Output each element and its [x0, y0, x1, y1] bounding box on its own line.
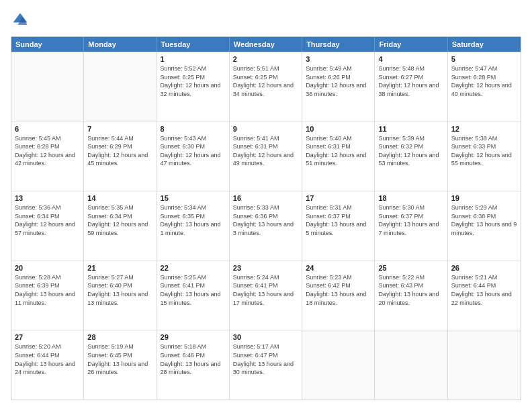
day-info: Sunrise: 5:22 AM Sunset: 6:43 PM Dayligh…	[378, 273, 443, 307]
calendar-day-18: 18Sunrise: 5:30 AM Sunset: 6:37 PM Dayli…	[375, 191, 447, 261]
day-number: 2	[233, 55, 298, 63]
calendar-day-empty-4-4	[302, 330, 375, 400]
header	[11, 11, 521, 30]
calendar-day-10: 10Sunrise: 5:40 AM Sunset: 6:31 PM Dayli…	[302, 122, 375, 191]
calendar-day-22: 22Sunrise: 5:25 AM Sunset: 6:41 PM Dayli…	[157, 261, 230, 330]
day-info: Sunrise: 5:28 AM Sunset: 6:39 PM Dayligh…	[15, 273, 80, 307]
calendar-day-27: 27Sunrise: 5:20 AM Sunset: 6:44 PM Dayli…	[11, 330, 84, 400]
day-info: Sunrise: 5:29 AM Sunset: 6:38 PM Dayligh…	[451, 203, 517, 237]
calendar-day-empty-0-0	[11, 52, 84, 122]
day-info: Sunrise: 5:19 AM Sunset: 6:45 PM Dayligh…	[87, 342, 152, 376]
header-day-wednesday: Wednesday	[230, 37, 302, 52]
calendar-week-2: 6Sunrise: 5:45 AM Sunset: 6:28 PM Daylig…	[11, 122, 521, 191]
calendar-week-4: 20Sunrise: 5:28 AM Sunset: 6:39 PM Dayli…	[11, 261, 521, 330]
day-number: 27	[15, 333, 80, 341]
day-info: Sunrise: 5:24 AM Sunset: 6:41 PM Dayligh…	[233, 273, 298, 307]
header-day-saturday: Saturday	[448, 37, 521, 52]
day-info: Sunrise: 5:34 AM Sunset: 6:35 PM Dayligh…	[161, 203, 226, 237]
calendar-day-13: 13Sunrise: 5:36 AM Sunset: 6:34 PM Dayli…	[11, 191, 84, 261]
calendar: SundayMondayTuesdayWednesdayThursdayFrid…	[11, 36, 521, 400]
calendar-day-16: 16Sunrise: 5:33 AM Sunset: 6:36 PM Dayli…	[230, 191, 302, 261]
day-info: Sunrise: 5:39 AM Sunset: 6:32 PM Dayligh…	[378, 134, 443, 168]
calendar-day-14: 14Sunrise: 5:35 AM Sunset: 6:34 PM Dayli…	[84, 191, 157, 261]
day-number: 16	[233, 194, 298, 202]
calendar-week-1: 1Sunrise: 5:52 AM Sunset: 6:25 PM Daylig…	[11, 52, 521, 122]
calendar-week-5: 27Sunrise: 5:20 AM Sunset: 6:44 PM Dayli…	[11, 330, 521, 400]
day-info: Sunrise: 5:30 AM Sunset: 6:37 PM Dayligh…	[378, 203, 443, 237]
day-number: 11	[378, 125, 443, 133]
day-info: Sunrise: 5:40 AM Sunset: 6:31 PM Dayligh…	[306, 134, 371, 168]
day-info: Sunrise: 5:52 AM Sunset: 6:25 PM Dayligh…	[161, 64, 226, 98]
calendar-day-11: 11Sunrise: 5:39 AM Sunset: 6:32 PM Dayli…	[375, 122, 447, 191]
header-day-sunday: Sunday	[11, 37, 84, 52]
calendar-day-8: 8Sunrise: 5:43 AM Sunset: 6:30 PM Daylig…	[157, 122, 230, 191]
calendar-day-3: 3Sunrise: 5:49 AM Sunset: 6:26 PM Daylig…	[302, 52, 375, 122]
day-number: 6	[15, 125, 80, 133]
day-number: 22	[161, 264, 226, 272]
calendar-header: SundayMondayTuesdayWednesdayThursdayFrid…	[11, 37, 521, 52]
day-number: 3	[306, 55, 371, 63]
calendar-day-25: 25Sunrise: 5:22 AM Sunset: 6:43 PM Dayli…	[375, 261, 447, 330]
logo-icon	[11, 11, 30, 30]
day-number: 4	[378, 55, 443, 63]
day-number: 5	[451, 55, 517, 63]
day-number: 19	[451, 194, 517, 202]
day-number: 21	[87, 264, 152, 272]
calendar-day-29: 29Sunrise: 5:18 AM Sunset: 6:46 PM Dayli…	[157, 330, 230, 400]
day-info: Sunrise: 5:35 AM Sunset: 6:34 PM Dayligh…	[87, 203, 152, 237]
day-number: 28	[87, 333, 152, 341]
day-number: 17	[306, 194, 371, 202]
calendar-day-23: 23Sunrise: 5:24 AM Sunset: 6:41 PM Dayli…	[230, 261, 302, 330]
day-number: 13	[15, 194, 80, 202]
page: SundayMondayTuesdayWednesdayThursdayFrid…	[0, 0, 532, 411]
day-number: 26	[451, 264, 517, 272]
calendar-day-21: 21Sunrise: 5:27 AM Sunset: 6:40 PM Dayli…	[84, 261, 157, 330]
calendar-day-20: 20Sunrise: 5:28 AM Sunset: 6:39 PM Dayli…	[11, 261, 84, 330]
day-number: 25	[378, 264, 443, 272]
day-info: Sunrise: 5:27 AM Sunset: 6:40 PM Dayligh…	[87, 273, 152, 307]
day-number: 29	[161, 333, 226, 341]
calendar-day-1: 1Sunrise: 5:52 AM Sunset: 6:25 PM Daylig…	[157, 52, 230, 122]
logo	[11, 11, 32, 30]
day-number: 10	[306, 125, 371, 133]
day-info: Sunrise: 5:44 AM Sunset: 6:29 PM Dayligh…	[87, 134, 152, 168]
day-number: 30	[233, 333, 298, 341]
day-number: 14	[87, 194, 152, 202]
day-number: 24	[306, 264, 371, 272]
day-info: Sunrise: 5:47 AM Sunset: 6:28 PM Dayligh…	[451, 64, 517, 98]
calendar-day-9: 9Sunrise: 5:41 AM Sunset: 6:31 PM Daylig…	[230, 122, 302, 191]
calendar-day-empty-4-6	[448, 330, 521, 400]
day-number: 1	[161, 55, 226, 63]
day-info: Sunrise: 5:38 AM Sunset: 6:33 PM Dayligh…	[451, 134, 517, 168]
calendar-day-12: 12Sunrise: 5:38 AM Sunset: 6:33 PM Dayli…	[448, 122, 521, 191]
calendar-day-28: 28Sunrise: 5:19 AM Sunset: 6:45 PM Dayli…	[84, 330, 157, 400]
day-info: Sunrise: 5:20 AM Sunset: 6:44 PM Dayligh…	[15, 342, 80, 376]
day-info: Sunrise: 5:23 AM Sunset: 6:42 PM Dayligh…	[306, 273, 371, 307]
day-info: Sunrise: 5:25 AM Sunset: 6:41 PM Dayligh…	[161, 273, 226, 307]
day-number: 18	[378, 194, 443, 202]
header-day-monday: Monday	[84, 37, 157, 52]
header-day-thursday: Thursday	[302, 37, 375, 52]
calendar-day-4: 4Sunrise: 5:48 AM Sunset: 6:27 PM Daylig…	[375, 52, 447, 122]
calendar-day-empty-4-5	[375, 330, 447, 400]
day-info: Sunrise: 5:48 AM Sunset: 6:27 PM Dayligh…	[378, 64, 443, 98]
day-info: Sunrise: 5:36 AM Sunset: 6:34 PM Dayligh…	[15, 203, 80, 237]
day-info: Sunrise: 5:41 AM Sunset: 6:31 PM Dayligh…	[233, 134, 298, 168]
day-info: Sunrise: 5:49 AM Sunset: 6:26 PM Dayligh…	[306, 64, 371, 98]
day-info: Sunrise: 5:43 AM Sunset: 6:30 PM Dayligh…	[161, 134, 226, 168]
day-number: 12	[451, 125, 517, 133]
day-info: Sunrise: 5:51 AM Sunset: 6:25 PM Dayligh…	[233, 64, 298, 98]
day-info: Sunrise: 5:31 AM Sunset: 6:37 PM Dayligh…	[306, 203, 371, 237]
day-number: 8	[161, 125, 226, 133]
calendar-day-26: 26Sunrise: 5:21 AM Sunset: 6:44 PM Dayli…	[448, 261, 521, 330]
calendar-day-5: 5Sunrise: 5:47 AM Sunset: 6:28 PM Daylig…	[448, 52, 521, 122]
day-info: Sunrise: 5:21 AM Sunset: 6:44 PM Dayligh…	[451, 273, 517, 307]
calendar-day-24: 24Sunrise: 5:23 AM Sunset: 6:42 PM Dayli…	[302, 261, 375, 330]
calendar-week-3: 13Sunrise: 5:36 AM Sunset: 6:34 PM Dayli…	[11, 191, 521, 261]
calendar-day-2: 2Sunrise: 5:51 AM Sunset: 6:25 PM Daylig…	[230, 52, 302, 122]
day-info: Sunrise: 5:33 AM Sunset: 6:36 PM Dayligh…	[233, 203, 298, 237]
header-day-tuesday: Tuesday	[157, 37, 230, 52]
header-day-friday: Friday	[375, 37, 447, 52]
calendar-day-6: 6Sunrise: 5:45 AM Sunset: 6:28 PM Daylig…	[11, 122, 84, 191]
calendar-day-15: 15Sunrise: 5:34 AM Sunset: 6:35 PM Dayli…	[157, 191, 230, 261]
